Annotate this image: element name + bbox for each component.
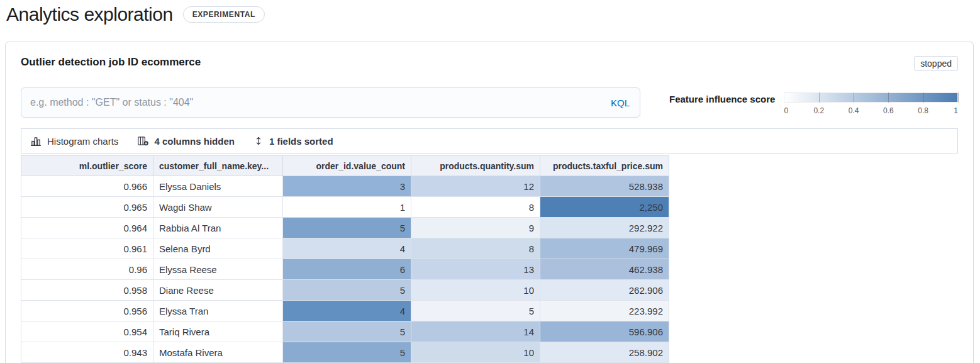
grid-cell[interactable]: 3 [283, 176, 411, 197]
grid-cell[interactable]: 479.969 [540, 238, 669, 259]
legend-tick-label: 1 [954, 106, 958, 115]
grid-cell[interactable]: Selena Byrd [153, 238, 283, 259]
legend-tick-label: 0.2 [813, 106, 824, 115]
sort-icon [253, 136, 264, 146]
grid-cell[interactable]: 0.964 [21, 218, 153, 238]
grid-cell[interactable]: 4 [283, 238, 411, 259]
feature-influence-legend: Feature influence score 00.20.40.60.81 [640, 87, 958, 119]
grid-cell[interactable]: Elyssa Tran [153, 301, 283, 321]
legend-tick [888, 92, 889, 103]
outlier-results-panel: Outlier detection job ID ecommerce stopp… [5, 42, 974, 363]
grid-cell[interactable]: 5 [283, 280, 411, 301]
grid-cell[interactable]: 14 [411, 321, 540, 342]
legend-tick-label: 0.6 [883, 106, 894, 115]
grid-cell[interactable]: Rabbia Al Tran [153, 218, 283, 238]
grid-cell[interactable]: 5 [411, 301, 540, 321]
page-title: Analytics exploration [6, 4, 173, 25]
table-row: 0.961Selena Byrd48479.969 [21, 238, 669, 259]
grid-toolbar: Histogram charts 4 columns hidden 1 fi [21, 128, 958, 154]
grid-cell[interactable]: 5 [283, 218, 411, 238]
grid-cell[interactable]: 9 [411, 218, 540, 238]
grid-cell[interactable]: 0.958 [21, 280, 153, 301]
grid-cell[interactable]: 0.961 [21, 238, 153, 259]
table-row: 0.956Elyssa Tran45223.992 [21, 301, 669, 321]
column-header[interactable]: customer_full_name.key... [153, 156, 283, 176]
table-row: 0.958Diane Reese510262.906 [21, 280, 669, 301]
feature-influence-label: Feature influence score [669, 92, 775, 104]
experimental-badge: EXPERIMENTAL [183, 6, 265, 23]
grid-cell[interactable]: Elyssa Reese [153, 259, 283, 280]
grid-cell[interactable]: 13 [411, 259, 540, 280]
grid-cell[interactable]: 258.902 [540, 342, 669, 363]
grid-cell[interactable]: 528.938 [540, 176, 669, 197]
page-header: Analytics exploration EXPERIMENTAL [0, 0, 980, 25]
legend-tick [854, 92, 854, 103]
legend-tick [958, 92, 959, 103]
table-row: 0.965Wagdi Shaw182,250 [21, 197, 669, 218]
grid-cell[interactable]: 596.906 [540, 321, 669, 342]
grid-cell[interactable]: 2,250 [540, 197, 669, 218]
query-bar: KQL [21, 87, 640, 118]
grid-cell[interactable]: Diane Reese [153, 280, 283, 301]
grid-cell[interactable]: 0.965 [21, 197, 153, 218]
table-row: 0.96Elyssa Reese613462.938 [21, 259, 669, 280]
column-header[interactable]: products.quantity.sum [411, 156, 540, 176]
job-status-badge: stopped [914, 56, 958, 71]
fields-sorted-button[interactable]: 1 fields sorted [253, 136, 333, 147]
grid-cell[interactable]: 0.954 [21, 321, 153, 342]
query-row: KQL Feature influence score 00.20.40.60.… [21, 87, 958, 119]
legend-tick-label: 0.8 [918, 106, 928, 115]
table-row: 0.964Rabbia Al Tran59292.922 [21, 218, 669, 238]
table-row: 0.943Mostafa Rivera510258.902 [21, 342, 669, 363]
grid-cell[interactable]: 462.938 [540, 259, 669, 280]
legend-gradient [784, 92, 958, 103]
grid-cell[interactable]: 8 [411, 238, 540, 259]
columns-hidden-button[interactable]: 4 columns hidden [137, 135, 235, 147]
legend-tick [819, 92, 820, 103]
fields-sorted-label: 1 fields sorted [269, 136, 333, 147]
results-grid: ml.outlier_scorecustomer_full_name.key..… [21, 155, 669, 363]
grid-cell[interactable]: 0.966 [21, 176, 153, 197]
grid-cell[interactable]: 6 [283, 259, 411, 280]
grid-cell[interactable]: 223.992 [540, 301, 669, 321]
grid-cell[interactable]: 0.956 [21, 301, 153, 321]
table-row: 0.966Elyssa Daniels312528.938 [21, 176, 669, 197]
legend-scale: 00.20.40.60.81 [784, 92, 958, 119]
column-header[interactable]: order_id.value_count [283, 156, 411, 176]
query-input[interactable] [30, 97, 610, 108]
grid-cell[interactable]: 12 [411, 176, 540, 197]
legend-tick [923, 92, 924, 103]
column-header[interactable]: products.taxful_price.sum [540, 156, 669, 176]
grid-cell[interactable]: 4 [283, 301, 411, 321]
grid-cell[interactable]: Mostafa Rivera [153, 342, 283, 363]
histogram-charts-button[interactable]: Histogram charts [30, 135, 118, 147]
columns-hidden-label: 4 columns hidden [154, 136, 235, 147]
kql-button[interactable]: KQL [610, 98, 631, 108]
bar-chart-icon [30, 135, 42, 147]
job-title: Outlier detection job ID ecommerce [21, 56, 201, 69]
grid-body: 0.966Elyssa Daniels312528.9380.965Wagdi … [21, 176, 669, 363]
histogram-charts-label: Histogram charts [47, 136, 118, 147]
grid-cell[interactable]: 262.906 [540, 280, 669, 301]
grid-cell[interactable]: 10 [411, 342, 540, 363]
grid-cell[interactable]: 5 [283, 342, 411, 363]
grid-cell[interactable]: 1 [283, 197, 411, 218]
grid-cell[interactable]: 5 [283, 321, 411, 342]
grid-header-row: ml.outlier_scorecustomer_full_name.key..… [21, 156, 669, 176]
column-header[interactable]: ml.outlier_score [21, 156, 153, 176]
grid-cell[interactable]: Elyssa Daniels [153, 176, 283, 197]
grid-cell[interactable]: Tariq Rivera [153, 321, 283, 342]
grid-cell[interactable]: 292.922 [540, 218, 669, 238]
grid-cell[interactable]: 10 [411, 280, 540, 301]
table-row: 0.954Tariq Rivera514596.906 [21, 321, 669, 342]
legend-tick-label: 0.4 [849, 106, 859, 115]
legend-tick-label: 0 [784, 106, 788, 115]
grid-cell[interactable]: 0.943 [21, 342, 153, 363]
panel-header: Outlier detection job ID ecommerce stopp… [21, 56, 958, 71]
grid-cell[interactable]: Wagdi Shaw [153, 197, 283, 218]
columns-icon [137, 135, 148, 147]
grid-cell[interactable]: 8 [411, 197, 540, 218]
grid-cell[interactable]: 0.96 [21, 259, 153, 280]
